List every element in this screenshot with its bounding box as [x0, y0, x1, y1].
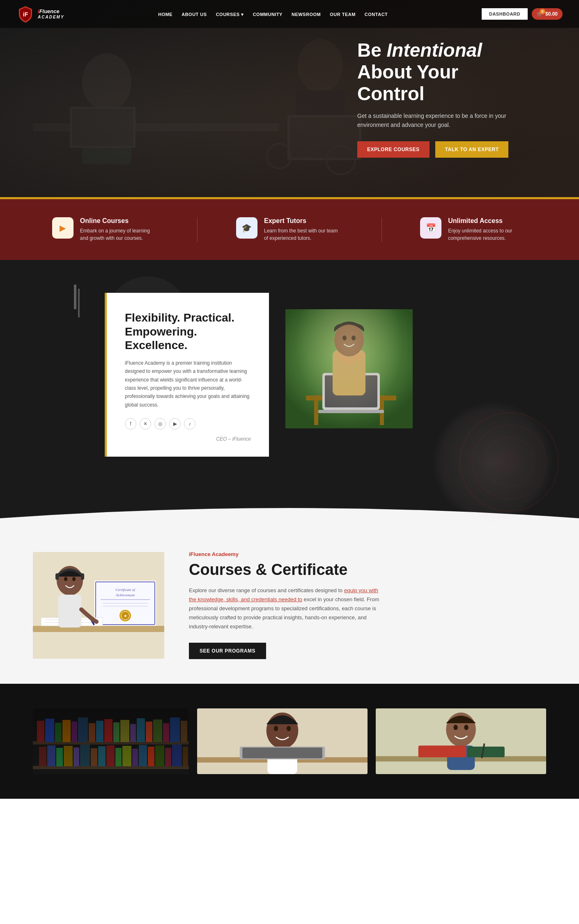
unlimited-access-desc: Enjoy unlimited access to our comprehens… — [448, 227, 527, 242]
svg-text:Certificate of: Certificate of — [115, 588, 136, 592]
calendar-icon: 📅 — [426, 223, 436, 233]
about-social-links: f ✕ ◎ ▶ ♪ — [125, 418, 251, 430]
courses-image-bg: Certificate of Achievement ★ — [33, 552, 164, 659]
nav-item-about[interactable]: ABOUT US — [182, 10, 207, 18]
cart-icon-wrap: 🛒 0 — [537, 11, 543, 17]
svg-text:★: ★ — [124, 614, 127, 618]
logo[interactable]: iF iFluence ACADEMY — [16, 5, 64, 23]
dashboard-button[interactable]: DASHBOARD — [482, 8, 528, 20]
logo-text: iFluence ACADEMY — [38, 9, 64, 19]
feature-expert-tutors: 🎓 Expert Tutors Learn from the best with… — [236, 217, 343, 242]
about-photo — [285, 309, 413, 428]
feature-online-courses: ▶ Online Courses Embark on a journey of … — [52, 217, 159, 242]
nav-right: DASHBOARD 🛒 0 $0.00 — [482, 8, 563, 20]
feature-divider-1 — [197, 217, 198, 242]
about-heading: Flexibility. Practical.Empowering. Excel… — [125, 311, 251, 352]
play-icon: ▶ — [60, 223, 66, 233]
nav-item-home[interactable]: HOME — [158, 10, 172, 18]
courses-section-label: iFluence Acadeemy — [189, 551, 546, 557]
expert-tutors-desc: Learn from the best with our team of exp… — [264, 227, 343, 242]
youtube-icon[interactable]: ▶ — [169, 418, 181, 430]
svg-rect-107 — [467, 747, 505, 757]
about-inner: Flexibility. Practical.Empowering. Excel… — [105, 293, 474, 457]
hero-buttons: Explore Courses Talk to an Expert — [357, 141, 530, 158]
svg-rect-14 — [306, 395, 396, 400]
navbar: iF iFluence ACADEMY HOME ABOUT US COURSE… — [0, 0, 579, 28]
nav-item-newsroom[interactable]: NEWSROOM — [292, 10, 321, 18]
svg-point-49 — [497, 450, 522, 474]
tiktok-icon[interactable]: ♪ — [184, 418, 195, 430]
online-courses-desc: Embark on a journey of learning and grow… — [80, 227, 159, 242]
svg-rect-25 — [33, 626, 164, 632]
hero-section: Be Intentional About Your Control Get a … — [0, 0, 579, 197]
svg-point-45 — [72, 577, 76, 581]
ceo-label: CEO – iFluence — [125, 436, 251, 442]
svg-rect-19 — [318, 410, 384, 413]
cart-badge: 0 — [540, 9, 545, 14]
feature-unlimited-access: 📅 Unlimited Access Enjoy unlimited acces… — [420, 217, 527, 242]
nav-item-community[interactable]: COMMUNITY — [253, 10, 283, 18]
talk-expert-button[interactable]: Talk to an Expert — [435, 141, 509, 158]
features-section: ▶ Online Courses Embark on a journey of … — [0, 199, 579, 260]
person-image-2 — [376, 708, 546, 774]
svg-point-105 — [464, 725, 468, 730]
svg-rect-17 — [322, 373, 380, 410]
svg-rect-98 — [242, 748, 322, 759]
cart-button[interactable]: 🛒 0 $0.00 — [532, 8, 563, 20]
hero-content: Be Intentional About Your Control Get a … — [357, 39, 530, 157]
courses-description: Explore our diverse range of courses and… — [189, 586, 386, 631]
svg-text:Achievement: Achievement — [115, 593, 135, 597]
online-courses-text: Online Courses Embark on a journey of le… — [80, 217, 159, 242]
hero-title: Be Intentional About Your Control — [357, 39, 530, 105]
tutor-icon: 🎓 — [241, 223, 252, 233]
nav-item-team[interactable]: OUR TEAM — [330, 10, 356, 18]
twitter-icon[interactable]: ✕ — [140, 418, 151, 430]
nav-item-courses[interactable]: COURSES ▾ — [216, 10, 244, 18]
feature-divider-2 — [381, 217, 382, 242]
courses-image: Certificate of Achievement ★ — [33, 552, 164, 659]
facebook-icon[interactable]: f — [125, 418, 136, 430]
courses-heading: Courses & Certificate — [189, 561, 546, 579]
svg-rect-16 — [380, 400, 384, 425]
svg-rect-18 — [325, 375, 377, 407]
svg-point-104 — [453, 725, 457, 730]
courses-section: Certificate of Achievement ★ — [0, 518, 579, 684]
unlimited-access-text: Unlimited Access Enjoy unlimited access … — [448, 217, 527, 242]
svg-point-23 — [352, 336, 356, 340]
svg-point-22 — [342, 336, 347, 340]
about-card: Flexibility. Practical.Empowering. Excel… — [105, 293, 269, 457]
nav-links: HOME ABOUT US COURSES ▾ COMMUNITY NEWSRO… — [158, 10, 388, 18]
cart-price: $0.00 — [545, 11, 558, 17]
svg-rect-106 — [418, 746, 466, 758]
svg-point-44 — [64, 577, 67, 581]
vertical-line-decoration — [78, 289, 80, 317]
person-image-1 — [197, 708, 368, 774]
unlimited-access-title: Unlimited Access — [448, 217, 527, 225]
svg-rect-43 — [58, 595, 81, 627]
explore-courses-button[interactable]: Explore Courses — [357, 141, 430, 158]
svg-rect-15 — [314, 400, 318, 425]
hero-subtitle: Get a sustainable learning experience to… — [357, 111, 530, 130]
svg-point-96 — [287, 726, 291, 731]
expert-tutors-text: Expert Tutors Learn from the best with o… — [264, 217, 343, 242]
svg-text:iF: iF — [23, 11, 28, 18]
svg-point-95 — [274, 726, 278, 731]
online-courses-title: Online Courses — [80, 217, 159, 225]
svg-rect-20 — [333, 350, 365, 395]
instagram-icon[interactable]: ◎ — [154, 418, 166, 430]
svg-rect-89 — [33, 708, 189, 774]
about-body: iFluence Academy is a premier training i… — [125, 359, 251, 409]
expert-tutors-title: Expert Tutors — [264, 217, 343, 225]
bottom-section-inner — [33, 708, 546, 774]
svg-point-21 — [334, 324, 364, 356]
bottom-section — [0, 684, 579, 799]
nav-item-contact[interactable]: CONTACT — [365, 10, 388, 18]
online-courses-icon-wrap: ▶ — [52, 217, 74, 239]
courses-content: iFluence Acadeemy Courses & Certificate … — [189, 551, 546, 659]
svg-rect-12 — [285, 309, 413, 428]
unlimited-access-icon-wrap: 📅 — [420, 217, 441, 239]
library-image — [33, 708, 189, 774]
see-programs-button[interactable]: See Our Programs — [189, 643, 266, 659]
svg-rect-13 — [285, 309, 413, 428]
expert-tutors-icon-wrap: 🎓 — [236, 217, 257, 239]
